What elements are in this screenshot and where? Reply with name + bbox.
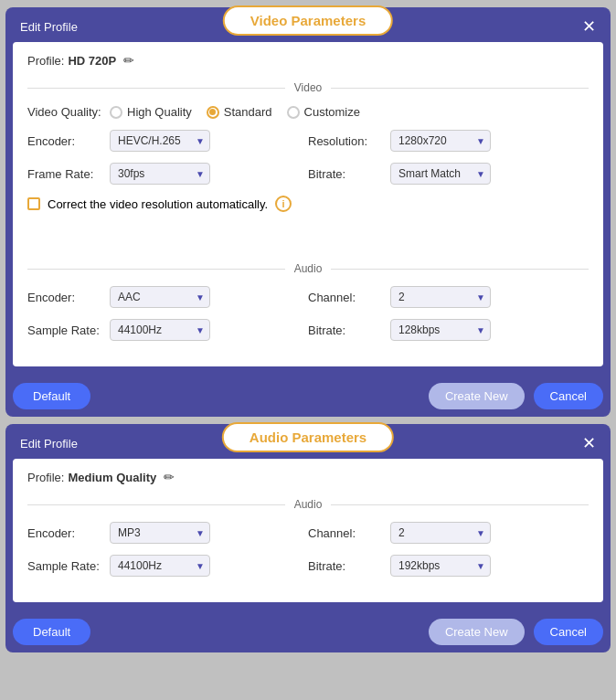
dialog1-header: Edit Profile Video Parameters ✕: [5, 7, 611, 35]
checkbox-label: Correct the video resolution automatical…: [48, 197, 268, 211]
resolution-pair: Resolution: 1280x720 ▼: [308, 130, 589, 152]
profile-row-2: Profile: Medium Quality ✏: [27, 470, 589, 484]
channel-select-2[interactable]: 2: [390, 522, 491, 544]
radio-customize[interactable]: Customize: [287, 105, 360, 119]
encoder-resolution-row: Encoder: HEVC/H.265 ▼ Resolution: 1280x7…: [27, 130, 589, 152]
video-quality-row: Video Quality: High Quality Standard Cus…: [27, 105, 589, 119]
edit-profile-icon-2[interactable]: ✏: [164, 470, 175, 484]
encoder-select-wrapper: HEVC/H.265 ▼: [110, 130, 210, 152]
dialog1-buttons: Default Create New Cancel: [5, 374, 611, 417]
radio-high-quality[interactable]: High Quality: [110, 105, 192, 119]
video-parameters-tab: Video Parameters: [223, 5, 393, 36]
bitrate-select-wrapper: Smart Match ▼: [390, 163, 491, 185]
info-icon[interactable]: i: [275, 196, 292, 212]
audio-encoder-select-2[interactable]: MP3: [110, 522, 210, 544]
audio-section-divider-1: Audio: [27, 261, 589, 275]
sample-rate-bitrate-row-2: Sample Rate: 44100Hz ▼ Bitrate: 192kbps …: [27, 555, 589, 577]
create-new-button-2[interactable]: Create New: [429, 619, 525, 645]
framerate-select-wrapper: 30fps ▼: [110, 163, 210, 185]
audio-bitrate-label-2: Bitrate:: [308, 559, 390, 573]
default-button-2[interactable]: Default: [13, 619, 90, 645]
framerate-label: Frame Rate:: [27, 167, 110, 181]
encoder-select[interactable]: HEVC/H.265: [110, 130, 210, 152]
audio-encoder-select-wrapper-2: MP3 ▼: [110, 522, 210, 544]
resolution-label: Resolution:: [308, 134, 390, 148]
profile-label-1: Profile:: [27, 54, 64, 68]
cancel-button-2[interactable]: Cancel: [534, 619, 603, 645]
audio-bitrate-pair-1: Bitrate: 128kbps ▼: [308, 319, 589, 341]
audio-bitrate-select-1[interactable]: 128kbps: [390, 319, 491, 341]
channel-select-wrapper-1: 2 ▼: [390, 286, 491, 308]
sample-rate-select-1[interactable]: 44100Hz: [110, 319, 210, 341]
framerate-select[interactable]: 30fps: [110, 163, 210, 185]
audio-encoder-label-1: Encoder:: [27, 291, 110, 304]
profile-name-1: HD 720P: [68, 54, 116, 68]
video-quality-radio-group: High Quality Standard Customize: [110, 105, 589, 119]
audio-bitrate-select-wrapper-1: 128kbps ▼: [390, 319, 491, 341]
sample-rate-pair-1: Sample Rate: 44100Hz ▼: [27, 319, 308, 341]
audio-encoder-channel-row-2: Encoder: MP3 ▼ Channel: 2 ▼: [27, 522, 589, 544]
audio-encoder-select[interactable]: AAC: [110, 286, 210, 308]
sample-rate-select-wrapper-2: 44100Hz ▼: [110, 555, 210, 577]
cancel-button-1[interactable]: Cancel: [534, 383, 603, 409]
close-button-1[interactable]: ✕: [582, 18, 596, 35]
sample-rate-select-2[interactable]: 44100Hz: [110, 555, 210, 577]
audio-encoder-select-wrapper: AAC ▼: [110, 286, 210, 308]
sample-rate-label-2: Sample Rate:: [27, 559, 110, 573]
bitrate-select[interactable]: Smart Match: [390, 163, 491, 185]
audio-section-divider-2: Audio: [27, 497, 589, 511]
bitrate-label-1: Bitrate:: [308, 167, 390, 181]
resolution-select[interactable]: 1280x720: [390, 130, 491, 152]
spacer-1: [27, 217, 589, 254]
channel-select-wrapper-2: 2 ▼: [390, 522, 491, 544]
profile-name-2: Medium Quality: [68, 471, 156, 484]
auto-resolution-checkbox[interactable]: [27, 197, 40, 210]
edit-profile-label-1: Edit Profile: [20, 20, 78, 34]
dialog2-buttons: Default Create New Cancel: [5, 610, 611, 652]
radio-circle-high: [110, 106, 122, 119]
radio-label-standard: Standard: [224, 105, 272, 119]
audio-parameters-dialog: Edit Profile Audio Parameters ✕ Profile:…: [5, 424, 611, 652]
dialog1-body: Profile: HD 720P ✏ Video Video Quality: …: [13, 42, 603, 366]
radio-circle-standard: [207, 106, 219, 119]
video-parameters-dialog: Edit Profile Video Parameters ✕ Profile:…: [5, 7, 611, 417]
audio-parameters-tab: Audio Parameters: [222, 422, 394, 452]
video-quality-label: Video Quality:: [27, 105, 110, 119]
framerate-pair: Frame Rate: 30fps ▼: [27, 163, 308, 185]
radio-label-high: High Quality: [127, 105, 192, 119]
radio-label-customize: Customize: [304, 105, 360, 119]
channel-pair-2: Channel: 2 ▼: [308, 522, 589, 544]
close-button-2[interactable]: ✕: [582, 435, 596, 451]
radio-circle-customize: [287, 106, 300, 119]
resolution-select-wrapper: 1280x720 ▼: [390, 130, 491, 152]
dialog2-header: Edit Profile Audio Parameters ✕: [5, 424, 611, 451]
checkbox-row: Correct the video resolution automatical…: [27, 196, 589, 212]
bitrate-pair: Bitrate: Smart Match ▼: [308, 163, 589, 185]
audio-encoder-channel-row: Encoder: AAC ▼ Channel: 2 ▼: [27, 286, 589, 308]
audio-bitrate-select-wrapper-2: 192kbps ▼: [390, 555, 491, 577]
audio-encoder-pair: Encoder: AAC ▼: [27, 286, 308, 308]
create-new-button-1[interactable]: Create New: [429, 383, 525, 409]
sample-rate-pair-2: Sample Rate: 44100Hz ▼: [27, 555, 308, 577]
audio-encoder-pair-2: Encoder: MP3 ▼: [27, 522, 308, 544]
channel-label-1: Channel:: [308, 291, 390, 304]
encoder-pair: Encoder: HEVC/H.265 ▼: [27, 130, 308, 152]
framerate-bitrate-row: Frame Rate: 30fps ▼ Bitrate: Smart Match…: [27, 163, 589, 185]
sample-rate-label-1: Sample Rate:: [27, 323, 110, 337]
profile-label-2: Profile:: [27, 471, 64, 484]
radio-standard[interactable]: Standard: [207, 105, 272, 119]
channel-label-2: Channel:: [308, 526, 390, 540]
edit-profile-icon-1[interactable]: ✏: [123, 53, 134, 68]
audio-bitrate-label-1: Bitrate:: [308, 323, 390, 337]
channel-select-1[interactable]: 2: [390, 286, 491, 308]
profile-row-1: Profile: HD 720P ✏: [27, 53, 589, 68]
encoder-label-1: Encoder:: [27, 134, 110, 148]
edit-profile-label-2: Edit Profile: [20, 437, 78, 451]
sample-rate-select-wrapper-1: 44100Hz ▼: [110, 319, 210, 341]
audio-bitrate-select-2[interactable]: 192kbps: [390, 555, 491, 577]
video-section-divider: Video: [27, 80, 589, 94]
sample-rate-audio-bitrate-row: Sample Rate: 44100Hz ▼ Bitrate: 128kbps …: [27, 319, 589, 341]
audio-encoder-label-2: Encoder:: [27, 526, 110, 540]
audio-bitrate-pair-2: Bitrate: 192kbps ▼: [308, 555, 589, 577]
default-button-1[interactable]: Default: [13, 383, 90, 409]
